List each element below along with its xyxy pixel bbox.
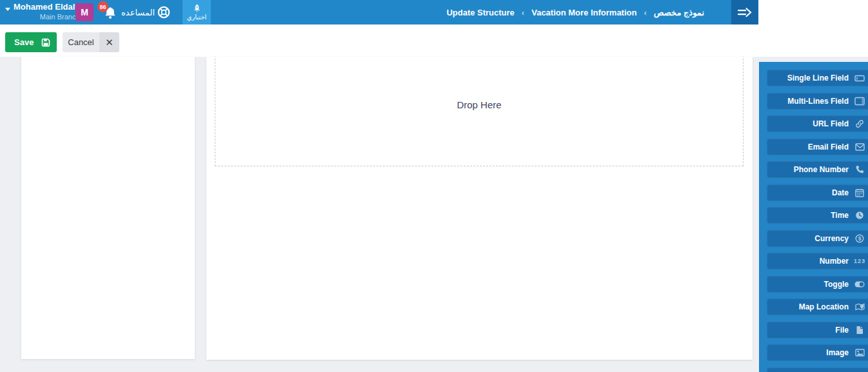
field-button-time[interactable]: Time [767, 207, 868, 224]
cancel-button-group: Cancel ✕ [63, 32, 119, 52]
email-field-icon [854, 142, 865, 152]
field-button-multi-lines[interactable]: Multi-Lines Field [767, 93, 868, 110]
field-button-single-line[interactable]: Single Line Field [767, 70, 868, 86]
form-fields-panel [21, 57, 195, 359]
beta-tab-label: اختباري [187, 14, 207, 21]
form-canvas: Drop Here [206, 57, 753, 360]
map-location-icon [854, 302, 865, 312]
field-button-date[interactable]: Date [767, 184, 868, 201]
currency-icon: $ [854, 233, 865, 243]
save-button-label: Save [14, 37, 34, 47]
number-icon: 123 [854, 257, 865, 266]
drop-zone[interactable]: Drop Here [215, 57, 744, 166]
phone-number-icon [854, 165, 865, 175]
field-button-file[interactable]: File [767, 322, 868, 338]
time-icon [854, 211, 865, 220]
field-button-map-location[interactable]: Map Location [767, 299, 868, 315]
close-icon[interactable]: ✕ [99, 32, 119, 52]
toggle-icon [854, 279, 865, 289]
field-button-url[interactable]: URL Field [767, 115, 868, 132]
breadcrumb-separator: ‹ [522, 8, 524, 17]
app-header: Mohamed Eldaly Main Branch M 86 المساعده… [0, 0, 758, 24]
url-field-icon [854, 119, 865, 129]
breadcrumb-separator: ‹ [644, 8, 646, 17]
file-icon [854, 325, 865, 335]
action-toolbar: Save Cancel ✕ [0, 24, 868, 57]
user-menu[interactable]: Mohamed Eldaly Main Branch [5, 2, 80, 21]
field-button-email[interactable]: Email Field [767, 139, 868, 155]
breadcrumb: Update Structure ‹ Vacation More Informa… [446, 0, 704, 24]
image-icon [854, 348, 865, 358]
avatar[interactable]: M [75, 3, 94, 21]
user-name: Mohamed Eldaly [14, 2, 80, 12]
breadcrumb-custom-form[interactable]: نموذج مخصص [654, 8, 704, 17]
field-button-number[interactable]: Number 123 [767, 253, 868, 269]
notifications-button[interactable]: 86 [99, 1, 121, 23]
user-branch: Main Branch [40, 12, 80, 21]
date-icon [854, 188, 865, 197]
help-link[interactable]: المساعده [121, 0, 155, 24]
lifebuoy-help-icon[interactable] [157, 5, 171, 19]
save-icon [41, 37, 51, 48]
svg-text:$: $ [858, 235, 862, 242]
double-arrow-right-icon [737, 7, 753, 18]
breadcrumb-update-structure[interactable]: Update Structure [446, 8, 514, 17]
save-button[interactable]: Save [5, 32, 57, 52]
cancel-button[interactable]: Cancel [63, 32, 99, 52]
field-button-toggle[interactable]: Toggle [767, 276, 868, 293]
drop-zone-placeholder: Drop Here [457, 99, 501, 110]
multi-lines-field-icon [854, 96, 865, 106]
rocket-icon [193, 4, 201, 13]
chevron-down-icon [5, 8, 10, 11]
field-toolbox-list: Single Line Field Multi-Lines Field URL … [767, 70, 868, 372]
field-button-currency[interactable]: Currency $ [767, 230, 868, 247]
beta-mode-tab[interactable]: اختباري [182, 0, 211, 24]
field-button-phone[interactable]: Phone Number [767, 161, 868, 178]
avatar-initial: M [81, 7, 88, 17]
field-toolbox-sidebar: Single Line Field Multi-Lines Field URL … [759, 62, 868, 372]
field-button-partial[interactable] [767, 367, 868, 372]
breadcrumb-vacation-more-information[interactable]: Vacation More Information [531, 8, 636, 17]
single-line-field-icon [854, 73, 865, 83]
collapse-panel-button[interactable] [731, 0, 758, 24]
notification-badge: 86 [97, 1, 108, 12]
field-button-image[interactable]: Image [767, 344, 868, 361]
